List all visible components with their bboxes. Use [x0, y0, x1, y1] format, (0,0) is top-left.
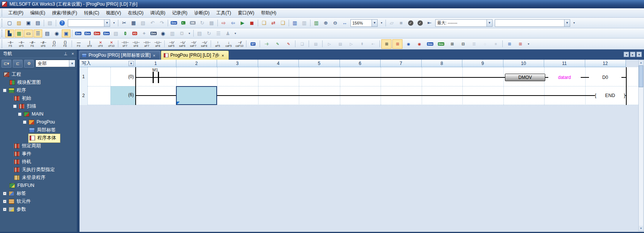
history-icon[interactable]: H	[177, 29, 186, 37]
chevron-down-icon[interactable]: ▼	[564, 20, 570, 26]
device-view-icon[interactable]: Dev	[149, 29, 158, 37]
open-project-icon[interactable]: ▨	[15, 19, 23, 27]
bookmark-del-icon[interactable]: ⊞	[515, 39, 525, 49]
new-project-icon[interactable]: ▢	[5, 19, 14, 27]
mode-cell[interactable]: 写入 ▼	[80, 60, 135, 67]
doc-icon[interactable]: ▧	[112, 29, 120, 37]
watch-combo[interactable]: ▼	[495, 19, 570, 27]
vertical-scrollbar[interactable]: ▲ ▼	[638, 60, 644, 231]
monitor-stop-icon[interactable]: ◼	[248, 19, 256, 27]
menu-view[interactable]: 视图(V)	[102, 9, 124, 17]
close-icon[interactable]: ×	[222, 53, 224, 58]
open-contact-symbol[interactable]	[153, 72, 154, 83]
tree-item-FB/FUN[interactable]: FB/FUN	[0, 182, 77, 190]
find-icon[interactable]: ◉	[52, 29, 61, 37]
wrench-icon[interactable]: ✦	[140, 29, 148, 37]
invert-result-icon[interactable]: ↑aF5	[213, 39, 223, 49]
tree-item-恒定周期[interactable]: 恒定周期	[0, 142, 77, 150]
vline-icon[interactable]: |sF9	[84, 39, 95, 49]
menu-online[interactable]: 在线(O)	[124, 9, 147, 17]
fit-width-icon[interactable]: ↔	[340, 19, 349, 27]
max-combo[interactable]: 最大: -------▼	[435, 19, 493, 27]
pin-icon[interactable]: ⊥	[63, 51, 69, 57]
tree-item-未登录程序[interactable]: 未登录程序	[0, 174, 77, 182]
scroll-up-icon[interactable]: ▲	[639, 60, 643, 65]
io-comment-icon[interactable]: I	[121, 29, 130, 37]
tree-item-参数[interactable]: +参数	[0, 205, 77, 213]
search-circle-icon[interactable]: ◉	[403, 39, 413, 49]
instruction-operand-dest[interactable]: D0	[589, 74, 621, 80]
del-hline-icon[interactable]: ✕cF9	[95, 39, 106, 49]
open-contact-symbol[interactable]	[158, 72, 159, 83]
pulse-rise-or-icon[interactable]: ⊣↑⊢aF7	[142, 39, 152, 49]
device-list-icon[interactable]: Dev	[102, 29, 111, 37]
pulse-fall-neg-icon[interactable]: ⊣↓∕saF6	[177, 39, 187, 49]
selected-cell[interactable]	[176, 86, 217, 105]
value-monitor-icon[interactable]: HK	[188, 19, 197, 27]
tree-item-软元件[interactable]: +软元件	[0, 198, 77, 205]
zoom-combo[interactable]: 156%▼	[350, 19, 378, 27]
instruction-box[interactable]: DMOV	[505, 74, 545, 81]
menu-recording[interactable]: 记录(R)	[169, 9, 191, 17]
zoom-in-icon[interactable]: ⊕	[321, 19, 330, 27]
dev-comment-icon[interactable]: Dev	[425, 39, 435, 49]
doc-find-icon[interactable]: ▷	[346, 39, 356, 49]
comment-display-icon[interactable]: ❑	[260, 19, 268, 27]
terminal-monitor-icon[interactable]: >_	[179, 19, 188, 27]
check-all-icon[interactable]: ✓	[416, 19, 424, 27]
read-from-plc-icon[interactable]: ⇦	[229, 19, 237, 27]
add-block-icon[interactable]: ⊞	[447, 39, 457, 49]
collapse-icon[interactable]: -	[3, 89, 6, 92]
rotate-icon[interactable]: ↻	[205, 29, 213, 37]
chevron-down-icon[interactable]: ▼	[104, 20, 110, 26]
chevron-down-icon[interactable]: ▼	[486, 20, 492, 26]
instruction-icon[interactable]: { }F8	[60, 39, 70, 49]
doc-read-icon[interactable]: ▤	[335, 39, 345, 49]
project-combo[interactable]: ▼	[68, 19, 110, 27]
unit-config-icon[interactable]: ▭	[24, 29, 33, 37]
expand-icon[interactable]: +	[3, 200, 6, 203]
tree-item-局部标签[interactable]: 局部标签	[0, 126, 77, 134]
menu-help[interactable]: 帮助(H)	[258, 9, 280, 17]
pulse-fall-icon[interactable]: ⊣↓⊢sF8	[131, 39, 141, 49]
tree-display-icon[interactable]: ⊏▾	[2, 60, 11, 68]
user-icon[interactable]: ♟	[223, 29, 232, 37]
tree-item-工程[interactable]: 工程	[0, 71, 77, 79]
monitor-window-icon[interactable]: ▥	[168, 29, 177, 37]
navigation-window-icon[interactable]: ▙	[5, 29, 14, 37]
stop-icon[interactable]: ■	[397, 19, 405, 27]
bookmark-icon[interactable]: ⊞	[504, 39, 514, 49]
instruction-operand-source[interactable]: datard	[548, 74, 581, 80]
toolbar-overflow-icon[interactable]: ▾	[572, 19, 576, 27]
toolbar-overflow-icon[interactable]: ▾	[112, 19, 116, 27]
check-program-icon[interactable]: ✓	[406, 19, 415, 27]
tree-item-MAIN[interactable]: -MAIN	[0, 110, 77, 118]
tab-local-label-setting[interactable]: ProgPou [PRG] [局部标签设置] ×	[79, 51, 160, 60]
device-search-icon[interactable]: ◉	[159, 29, 167, 37]
del-vline-icon[interactable]: ✕cF10	[106, 39, 116, 49]
undo-icon[interactable]: ↶	[148, 19, 157, 27]
module-config-icon[interactable]: ▦	[15, 29, 23, 37]
remove-block-icon[interactable]: ⊟	[458, 39, 468, 49]
chevron-down-icon[interactable]: ▼	[69, 60, 75, 67]
expand-icon[interactable]: +	[3, 208, 6, 211]
collapse-icon[interactable]: -	[18, 113, 21, 116]
pulse-result-icon[interactable]: ↓caF5	[223, 39, 234, 49]
statement-display-icon[interactable]: ❑	[278, 19, 287, 27]
copy-row-icon[interactable]: ▷	[324, 39, 334, 49]
form-icon[interactable]: ▤	[195, 29, 204, 37]
tree-item-扫描[interactable]: -扫描	[0, 102, 77, 110]
tab-program-body[interactable]: ProgPou [PRG] [LD] 7步 ×	[161, 51, 229, 60]
find-result-icon[interactable]: ▣	[62, 29, 70, 37]
pulse-rise-neg-or-icon[interactable]: ⊣↑∕saF7	[188, 39, 198, 49]
close-contact-icon[interactable]: ⊣∕⊢F6	[27, 39, 37, 49]
tree-item-初始[interactable]: 初始	[0, 94, 77, 102]
paste-special-icon[interactable]: ▩	[207, 19, 216, 27]
ladder-monitor2-icon[interactable]: ▥	[300, 19, 309, 27]
tree-item-事件[interactable]: 事件	[0, 150, 77, 158]
statement-icon[interactable]: ▤	[311, 39, 321, 49]
io-check-icon[interactable]: I/O	[130, 29, 139, 37]
zoom-out-icon[interactable]: ⊖	[331, 19, 340, 27]
menu-edit[interactable]: 编辑(E)	[27, 9, 49, 17]
replace-circle-icon[interactable]: ◉	[414, 39, 424, 49]
